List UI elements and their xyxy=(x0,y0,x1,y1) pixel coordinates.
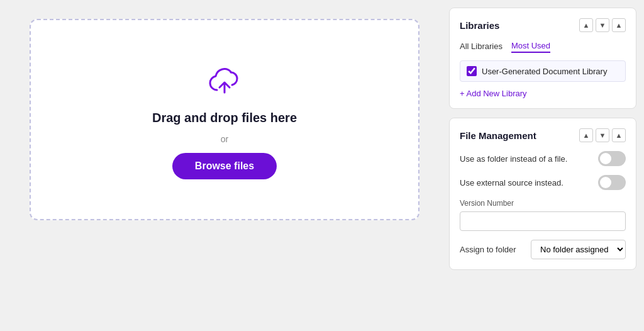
upload-area[interactable]: Drag and drop files here or Browse files xyxy=(30,19,419,220)
library-item-label: User-Generated Document Library xyxy=(482,67,607,76)
external-toggle-label: Use external source instead. xyxy=(460,178,564,188)
add-library-button[interactable]: + Add New Library xyxy=(460,89,527,98)
file-management-collapse-button[interactable]: ▲ xyxy=(612,128,626,142)
external-toggle[interactable] xyxy=(598,175,626,190)
library-item: User-Generated Document Library xyxy=(460,60,626,82)
tab-most-used[interactable]: Most Used xyxy=(511,41,550,53)
folder-toggle-slider xyxy=(598,151,626,166)
libraries-controls: ▲ ▼ ▲ xyxy=(579,18,626,32)
file-management-controls: ▲ ▼ ▲ xyxy=(579,128,626,142)
tab-all-libraries[interactable]: All Libraries xyxy=(460,41,502,53)
right-panel: Libraries ▲ ▼ ▲ All Libraries Most Used … xyxy=(449,0,644,331)
external-toggle-row: Use external source instead. xyxy=(460,175,626,190)
drag-drop-text: Drag and drop files here xyxy=(152,111,297,125)
folder-toggle-label: Use as folder instead of a file. xyxy=(460,154,567,164)
assign-folder-select[interactable]: No folder assigned xyxy=(531,240,626,259)
libraries-up-button[interactable]: ▲ xyxy=(579,18,593,32)
assign-folder-label: Assign to folder xyxy=(460,245,516,254)
file-management-header: File Management ▲ ▼ ▲ xyxy=(460,128,626,142)
libraries-title: Libraries xyxy=(460,20,499,31)
file-management-title: File Management xyxy=(460,130,536,141)
version-number-label: Version Number xyxy=(460,199,626,208)
left-panel: Drag and drop files here or Browse files xyxy=(0,0,449,331)
version-number-input[interactable] xyxy=(460,211,626,231)
libraries-widget: Libraries ▲ ▼ ▲ All Libraries Most Used … xyxy=(449,8,636,109)
upload-cloud-icon xyxy=(204,60,245,102)
libraries-header: Libraries ▲ ▼ ▲ xyxy=(460,18,626,32)
folder-toggle[interactable] xyxy=(598,151,626,166)
library-checkbox[interactable] xyxy=(467,66,477,76)
library-tabs: All Libraries Most Used xyxy=(460,41,626,53)
or-text: or xyxy=(221,134,228,144)
file-management-widget: File Management ▲ ▼ ▲ Use as folder inst… xyxy=(449,118,636,270)
libraries-collapse-button[interactable]: ▲ xyxy=(612,18,626,32)
folder-toggle-row: Use as folder instead of a file. xyxy=(460,151,626,166)
browse-files-button[interactable]: Browse files xyxy=(172,153,277,179)
external-toggle-slider xyxy=(598,175,626,190)
version-number-field: Version Number xyxy=(460,199,626,231)
libraries-down-button[interactable]: ▼ xyxy=(596,18,609,32)
file-management-up-button[interactable]: ▲ xyxy=(579,128,593,142)
file-management-down-button[interactable]: ▼ xyxy=(596,128,609,142)
assign-folder-row: Assign to folder No folder assigned xyxy=(460,240,626,259)
